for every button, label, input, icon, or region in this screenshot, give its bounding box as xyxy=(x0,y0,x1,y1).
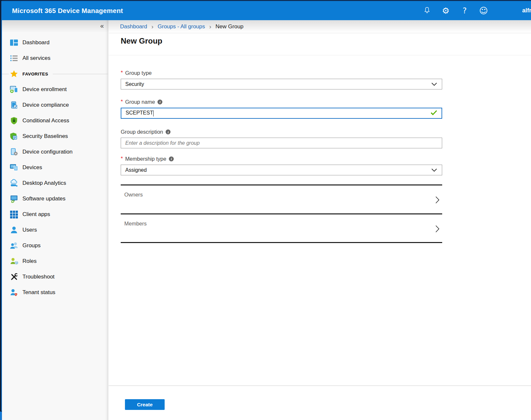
sidebar-item-all-services[interactable]: All services xyxy=(2,50,108,66)
main-content: Dashboard › Groups - All groups › New Gr… xyxy=(109,20,531,420)
info-icon: i xyxy=(166,129,170,134)
breadcrumb-groups-link[interactable]: Groups - All groups xyxy=(158,23,205,30)
footer-divider xyxy=(109,386,531,386)
topbar-actions: ⚙ ? ☺ xyxy=(417,1,493,20)
all-services-icon xyxy=(10,54,18,62)
page-title: New Group xyxy=(121,36,531,46)
sidebar-item-conditional-access[interactable]: Conditional Access xyxy=(2,113,108,129)
sidebar-item-dashboard[interactable]: Dashboard xyxy=(2,35,108,50)
device-enrollment-icon xyxy=(10,85,18,94)
help-button[interactable]: ? xyxy=(455,1,474,20)
membership-type-value: Assigned xyxy=(125,167,147,173)
sidebar-item-label: Software updates xyxy=(22,196,65,202)
favorites-star-icon xyxy=(10,70,18,78)
troubleshoot-icon xyxy=(10,273,18,281)
owners-picker[interactable]: Owners xyxy=(121,184,442,213)
sidebar-item-label: Device enrollment xyxy=(22,86,67,93)
breadcrumb: Dashboard › Groups - All groups › New Gr… xyxy=(109,20,531,33)
required-marker: * xyxy=(121,156,123,162)
info-icon: i xyxy=(169,156,174,161)
sidebar-item-troubleshoot[interactable]: Troubleshoot xyxy=(2,269,108,285)
gear-icon: ⚙ xyxy=(442,7,449,15)
sidebar-item-groups[interactable]: Groups xyxy=(2,238,108,253)
owners-label: Owners xyxy=(124,192,143,197)
sidebar-item-desktop-analytics[interactable]: Desktop Analytics xyxy=(2,175,108,191)
sidebar-item-security-baselines[interactable]: Security Baselines xyxy=(2,129,108,144)
feedback-button[interactable]: ☺ xyxy=(474,1,493,20)
users-icon xyxy=(10,226,18,234)
sidebar-item-label: Dashboard xyxy=(22,39,49,46)
roles-icon xyxy=(10,257,18,265)
section-rule-left xyxy=(2,74,9,74)
breadcrumb-separator-icon: › xyxy=(209,23,211,30)
security-baselines-icon xyxy=(10,132,18,141)
info-icon: i xyxy=(157,100,162,104)
sidebar-item-label: Users xyxy=(22,227,37,233)
settings-button[interactable]: ⚙ xyxy=(436,1,455,20)
members-label: Members xyxy=(124,221,147,226)
sidebar-item-label: Groups xyxy=(22,242,41,249)
create-button[interactable]: Create xyxy=(125,399,165,410)
members-picker[interactable]: Members xyxy=(121,213,442,242)
left-edge-bar xyxy=(0,0,2,420)
required-marker: * xyxy=(121,70,123,76)
desktop-analytics-icon xyxy=(10,179,18,187)
required-marker: * xyxy=(121,99,123,105)
group-type-select[interactable]: Security xyxy=(121,79,442,89)
breadcrumb-current: New Group xyxy=(215,23,243,30)
sidebar-item-label: Roles xyxy=(22,258,36,264)
sidebar-item-label: Security Baselines xyxy=(22,133,68,140)
device-compliance-icon xyxy=(10,101,18,109)
left-edge-accent xyxy=(1,1,2,411)
devices-icon xyxy=(10,163,18,172)
dashboard-icon xyxy=(10,38,18,47)
sidebar-item-users[interactable]: Users xyxy=(2,222,108,238)
smiley-icon: ☺ xyxy=(479,7,488,15)
membership-type-select[interactable]: Assigned xyxy=(121,165,442,175)
notifications-button[interactable] xyxy=(417,1,436,20)
left-edge-scroll-thumb[interactable] xyxy=(0,412,2,420)
sidebar-nav-list: Dashboard All services FAVORITES Device … xyxy=(2,20,108,300)
sidebar-item-client-apps[interactable]: Client apps xyxy=(2,207,108,222)
group-description-input[interactable]: Enter a description for the group xyxy=(121,138,442,148)
group-name-value: SCEPTEST xyxy=(126,110,154,116)
group-name-input[interactable]: SCEPTEST xyxy=(121,108,442,119)
breadcrumb-dashboard-link[interactable]: Dashboard xyxy=(120,23,147,30)
sidebar-item-device-enrollment[interactable]: Device enrollment xyxy=(2,82,108,97)
group-description-placeholder: Enter a description for the group xyxy=(125,140,200,146)
sidebar-collapse-button[interactable]: « xyxy=(100,22,104,30)
window-frame-top xyxy=(0,0,531,1)
sidebar-item-device-compliance[interactable]: Device compliance xyxy=(2,97,108,113)
sidebar-item-software-updates[interactable]: Software updates xyxy=(2,191,108,207)
text-caret xyxy=(153,110,154,116)
chevron-down-icon xyxy=(431,167,437,173)
sidebar-item-tenant-status[interactable]: Tenant status xyxy=(2,285,108,300)
app-title: Microsoft 365 Device Management xyxy=(12,1,123,20)
tenant-status-icon xyxy=(10,288,18,297)
device-configuration-icon xyxy=(10,148,18,156)
sidebar-item-label: Tenant status xyxy=(22,289,55,296)
sidebar-item-devices[interactable]: Devices xyxy=(2,160,108,175)
sidebar-item-label: All services xyxy=(22,55,50,61)
conditional-access-icon xyxy=(10,116,18,125)
group-type-label: * Group type xyxy=(121,70,442,76)
account-label[interactable]: alfr xyxy=(522,1,531,20)
sidebar-item-label: Conditional Access xyxy=(22,117,69,124)
group-name-label: * Group name i xyxy=(121,99,442,105)
sidebar-item-device-configuration[interactable]: Device configuration xyxy=(2,144,108,160)
top-bar: Microsoft 365 Device Management ⚙ ? ☺ al… xyxy=(2,1,531,20)
section-rule-right xyxy=(53,74,108,74)
group-description-label: Group description i xyxy=(121,129,442,135)
client-apps-icon xyxy=(10,210,18,219)
group-type-value: Security xyxy=(125,81,144,87)
sidebar-item-label: Devices xyxy=(22,164,42,171)
chevron-down-icon xyxy=(431,81,437,87)
sidebar-item-roles[interactable]: Roles xyxy=(2,253,108,269)
valid-check-icon xyxy=(430,110,437,117)
picker-bottom-rule xyxy=(121,242,442,243)
sidebar-section-label: FAVORITES xyxy=(22,72,48,76)
sidebar-item-label: Troubleshoot xyxy=(22,274,55,280)
sidebar-section-favorites: FAVORITES xyxy=(2,66,108,82)
sidebar-item-label: Desktop Analytics xyxy=(22,180,66,186)
groups-icon xyxy=(10,241,18,250)
